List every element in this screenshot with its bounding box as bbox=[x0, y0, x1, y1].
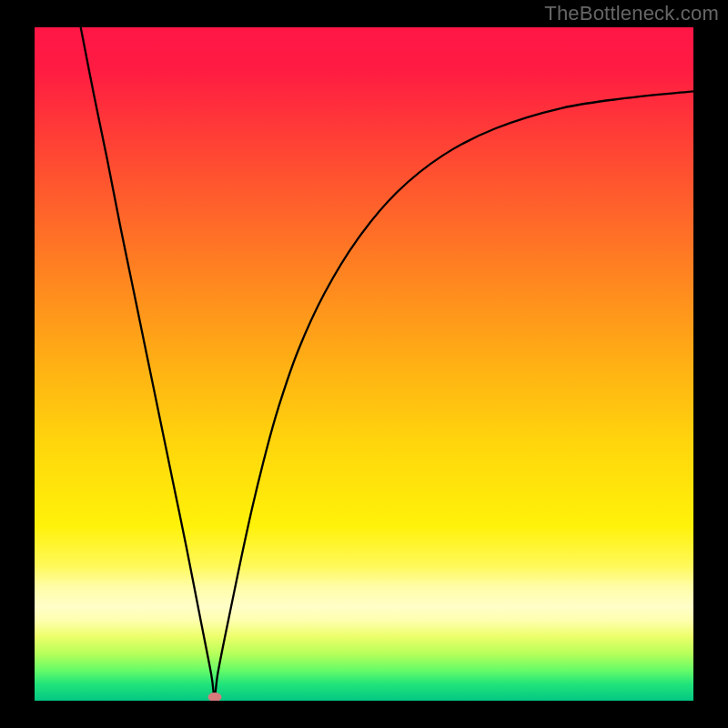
plot-area bbox=[35, 27, 693, 701]
bottleneck-curve bbox=[35, 27, 693, 701]
curve-minimum-marker bbox=[207, 693, 221, 701]
chart-frame: TheBottleneck.com bbox=[0, 0, 728, 728]
watermark-text: TheBottleneck.com bbox=[544, 2, 719, 25]
